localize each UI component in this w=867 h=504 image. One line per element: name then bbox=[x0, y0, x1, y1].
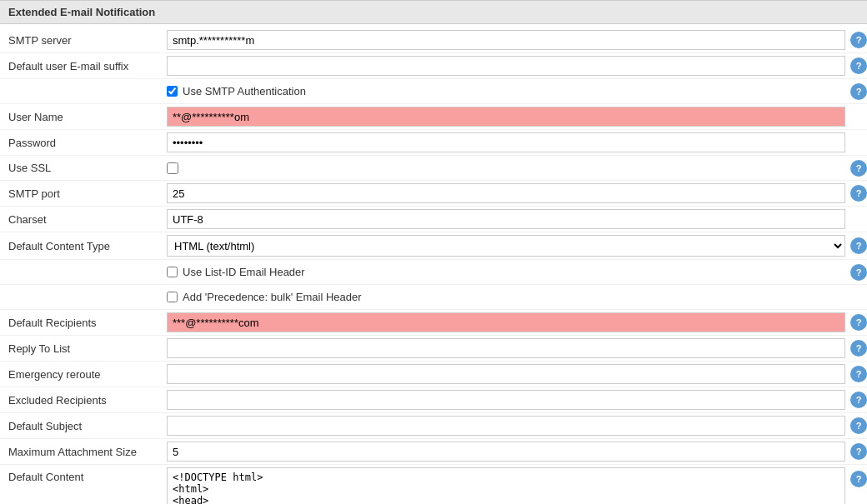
default-content-type-label: Default Content Type bbox=[0, 240, 167, 252]
default-recipients-input[interactable] bbox=[167, 312, 845, 332]
add-precedence-control: Add 'Precedence: bulk' Email Header bbox=[167, 291, 845, 303]
page-container: Extended E-mail Notification SMTP server… bbox=[0, 0, 867, 504]
add-precedence-text: Add 'Precedence: bulk' Email Header bbox=[183, 291, 362, 303]
reply-to-list-label: Reply To List bbox=[0, 342, 167, 355]
reply-to-list-row: Reply To List ? bbox=[0, 336, 867, 362]
max-attachment-size-input[interactable] bbox=[167, 442, 845, 462]
default-subject-control: 构建通知：$PROJECT_NAME 次数：# $BUILD_NUMBER 结果… bbox=[167, 416, 845, 436]
excluded-recipients-help-icon[interactable]: ? bbox=[850, 392, 867, 408]
smtp-port-row: SMTP port ? bbox=[0, 181, 867, 207]
default-content-control: <!DOCTYPE html> <html> <head> <meta char… bbox=[167, 467, 845, 504]
add-precedence-row: Add 'Precedence: bulk' Email Header bbox=[0, 285, 867, 310]
reply-to-list-input[interactable] bbox=[167, 338, 845, 358]
add-precedence-checkbox[interactable] bbox=[167, 292, 178, 302]
excluded-recipients-row: Excluded Recipients ? bbox=[0, 387, 867, 413]
excluded-recipients-control bbox=[167, 390, 845, 410]
default-content-help-icon[interactable]: ? bbox=[850, 471, 867, 487]
smtp-server-help-icon[interactable]: ? bbox=[850, 32, 867, 48]
password-input[interactable] bbox=[167, 132, 845, 152]
smtp-port-input[interactable] bbox=[167, 183, 845, 203]
default-recipients-control bbox=[167, 312, 845, 332]
use-ssl-label: Use SSL bbox=[0, 162, 167, 174]
smtp-server-label: SMTP server bbox=[0, 34, 167, 47]
password-control bbox=[167, 132, 845, 152]
smtp-port-label: SMTP port bbox=[0, 187, 167, 200]
excluded-recipients-label: Excluded Recipients bbox=[0, 394, 167, 407]
username-control bbox=[167, 107, 845, 127]
form-body: SMTP server ? Default user E-mail suffix… bbox=[0, 24, 867, 504]
add-precedence-checkbox-label: Add 'Precedence: bulk' Email Header bbox=[167, 291, 362, 303]
default-subject-row: Default Subject 构建通知：$PROJECT_NAME 次数：# … bbox=[0, 413, 867, 439]
default-subject-label: Default Subject bbox=[0, 420, 167, 432]
charset-control bbox=[167, 209, 845, 229]
max-attachment-size-label: Maximum Attachment Size bbox=[0, 446, 167, 458]
email-suffix-help-icon[interactable]: ? bbox=[850, 57, 867, 74]
smtp-port-help-icon[interactable]: ? bbox=[850, 185, 867, 202]
default-subject-help-icon[interactable]: ? bbox=[850, 417, 867, 434]
use-smtp-auth-checkbox-label: Use SMTP Authentication bbox=[167, 85, 306, 97]
smtp-server-input[interactable] bbox=[167, 30, 845, 50]
emergency-reroute-control bbox=[167, 364, 845, 384]
default-content-type-select[interactable]: HTML (text/html) Plain Text (text/plain) bbox=[167, 235, 845, 257]
password-label: Password bbox=[0, 137, 167, 149]
username-row: User Name bbox=[0, 104, 867, 130]
excluded-recipients-input[interactable] bbox=[167, 390, 845, 410]
reply-to-list-help-icon[interactable]: ? bbox=[850, 340, 867, 357]
smtp-server-control bbox=[167, 30, 845, 50]
charset-input[interactable] bbox=[167, 209, 845, 229]
max-attachment-size-row: Maximum Attachment Size ? bbox=[0, 439, 867, 465]
default-content-label: Default Content bbox=[0, 467, 167, 483]
email-suffix-input[interactable] bbox=[167, 56, 845, 76]
use-ssl-help-icon[interactable]: ? bbox=[850, 160, 867, 177]
smtp-server-row: SMTP server ? bbox=[0, 27, 867, 53]
use-smtp-auth-row: Use SMTP Authentication ? bbox=[0, 79, 867, 104]
default-content-textarea[interactable]: <!DOCTYPE html> <html> <head> <meta char… bbox=[167, 467, 845, 504]
use-list-id-help-icon[interactable]: ? bbox=[850, 264, 867, 281]
use-ssl-control bbox=[167, 162, 845, 174]
use-list-id-control: Use List-ID Email Header bbox=[167, 266, 845, 278]
username-label: User Name bbox=[0, 111, 167, 123]
password-row: Password bbox=[0, 130, 867, 156]
username-input[interactable] bbox=[167, 107, 845, 127]
default-recipients-help-icon[interactable]: ? bbox=[850, 314, 867, 331]
default-content-type-control: HTML (text/html) Plain Text (text/plain) bbox=[167, 235, 845, 257]
smtp-port-control bbox=[167, 183, 845, 203]
emergency-reroute-label: Emergency reroute bbox=[0, 368, 167, 381]
use-list-id-checkbox[interactable] bbox=[167, 267, 178, 277]
charset-row: Charset bbox=[0, 207, 867, 232]
use-list-id-checkbox-label: Use List-ID Email Header bbox=[167, 266, 305, 278]
email-suffix-label: Default user E-mail suffix bbox=[0, 60, 167, 72]
default-content-type-help-icon[interactable]: ? bbox=[850, 237, 867, 254]
email-suffix-row: Default user E-mail suffix ? bbox=[0, 53, 867, 79]
emergency-reroute-help-icon[interactable]: ? bbox=[850, 366, 867, 382]
use-smtp-auth-text: Use SMTP Authentication bbox=[183, 85, 306, 97]
charset-label: Charset bbox=[0, 213, 167, 226]
use-list-id-text: Use List-ID Email Header bbox=[183, 266, 305, 278]
section-header: Extended E-mail Notification bbox=[0, 0, 867, 24]
emergency-reroute-row: Emergency reroute ? bbox=[0, 362, 867, 387]
default-content-type-row: Default Content Type HTML (text/html) Pl… bbox=[0, 232, 867, 260]
use-smtp-auth-checkbox[interactable] bbox=[167, 86, 178, 97]
email-suffix-control bbox=[167, 56, 845, 76]
use-list-id-row: Use List-ID Email Header ? bbox=[0, 260, 867, 285]
default-recipients-label: Default Recipients bbox=[0, 317, 167, 329]
default-content-row: Default Content <!DOCTYPE html> <html> <… bbox=[0, 465, 867, 504]
use-smtp-auth-control: Use SMTP Authentication bbox=[167, 85, 845, 97]
reply-to-list-control bbox=[167, 338, 845, 358]
default-subject-input[interactable]: 构建通知：$PROJECT_NAME 次数：# $BUILD_NUMBER 结果… bbox=[167, 416, 845, 436]
use-ssl-row: Use SSL ? bbox=[0, 156, 867, 181]
section-title: Extended E-mail Notification bbox=[8, 6, 155, 18]
emergency-reroute-input[interactable] bbox=[167, 364, 845, 384]
max-attachment-size-control bbox=[167, 442, 845, 462]
use-smtp-auth-help-icon[interactable]: ? bbox=[850, 83, 867, 100]
default-recipients-row: Default Recipients ? bbox=[0, 310, 867, 336]
use-ssl-checkbox[interactable] bbox=[167, 162, 178, 174]
max-attachment-size-help-icon[interactable]: ? bbox=[850, 443, 867, 460]
